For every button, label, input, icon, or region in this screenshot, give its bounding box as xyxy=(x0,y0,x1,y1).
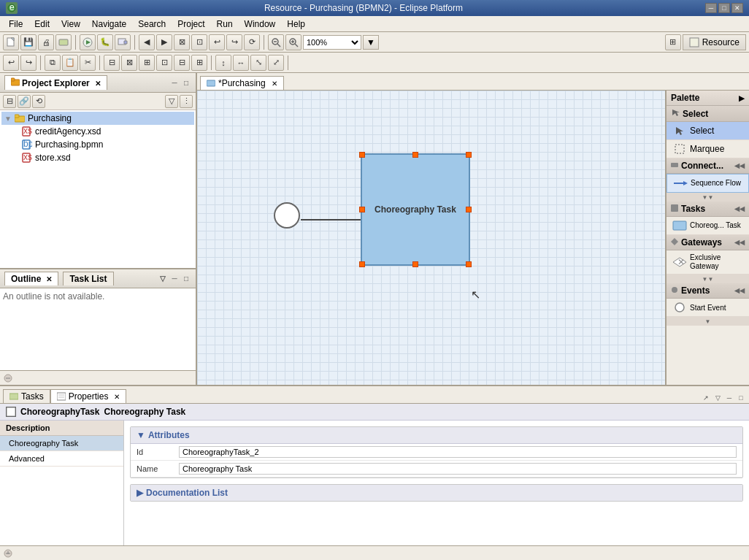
menu-window[interactable]: Window xyxy=(239,18,282,31)
align2-button[interactable]: ⊠ xyxy=(121,55,137,71)
zoom-in-button[interactable] xyxy=(285,34,301,50)
nav7-button[interactable]: ⟳ xyxy=(244,34,260,50)
handle-leftmid[interactable] xyxy=(359,207,365,212)
documentation-header[interactable]: ▶ Documentation List xyxy=(131,485,742,501)
minimize-panel-button[interactable]: ─ xyxy=(169,77,180,88)
publish-button[interactable] xyxy=(55,34,72,50)
layout4-button[interactable]: ⤢ xyxy=(268,55,284,71)
palette-section-connect[interactable]: Connect... ◀◀ xyxy=(667,158,749,174)
align5-button[interactable]: ⊟ xyxy=(174,55,190,71)
handle-topleft[interactable] xyxy=(359,152,365,158)
bpmn-start-event[interactable] xyxy=(274,202,300,229)
paste-button[interactable]: 📋 xyxy=(62,55,78,71)
palette-scroll-down[interactable]: ▼ xyxy=(667,317,749,326)
handle-bottommid[interactable] xyxy=(412,261,418,267)
redo-button[interactable]: ↪ xyxy=(20,55,37,71)
perspective-button[interactable]: ⊞ xyxy=(665,34,681,50)
align1-button[interactable]: ⊟ xyxy=(104,55,120,71)
filter-button[interactable]: ▽ xyxy=(165,95,178,108)
bottom-panel-minimize[interactable]: ─ xyxy=(724,393,734,403)
menu-edit[interactable]: Edit xyxy=(28,18,55,31)
attributes-header[interactable]: ▼ Attributes xyxy=(131,427,742,444)
palette-item-sequence-flow[interactable]: Sequence Flow xyxy=(667,174,749,193)
properties-item-choreography-task[interactable]: Choreography Task xyxy=(0,436,123,451)
close-properties-tab[interactable]: ✕ xyxy=(114,393,120,401)
undo-button[interactable]: ↩ xyxy=(3,55,19,71)
layout2-button[interactable]: ↔ xyxy=(233,55,249,71)
handle-topmid[interactable] xyxy=(412,152,418,158)
bottom-panel-dropdown[interactable]: ▽ xyxy=(712,393,723,403)
palette-section-tasks[interactable]: Tasks ◀◀ xyxy=(667,202,749,217)
save-button[interactable]: 💾 xyxy=(20,34,37,50)
cut-button[interactable]: ✂ xyxy=(80,55,96,71)
align4-button[interactable]: ⊡ xyxy=(156,55,172,71)
menu-search[interactable]: Search xyxy=(132,18,172,31)
menu-project[interactable]: Project xyxy=(172,18,210,31)
minimize-button[interactable]: ─ xyxy=(705,3,717,13)
menu-file[interactable]: File xyxy=(3,18,28,31)
project-explorer-tab[interactable]: Project Explorer ✕ xyxy=(4,75,107,90)
close-button[interactable]: ✕ xyxy=(731,3,743,13)
task-list-tab[interactable]: Task List xyxy=(63,272,113,285)
palette-item-start-event[interactable]: Start Event xyxy=(667,299,749,317)
properties-item-advanced[interactable]: Advanced xyxy=(0,451,123,467)
nav5-button[interactable]: ↩ xyxy=(209,34,225,50)
tree-item-purchasing-bpmn[interactable]: bp Purchasing.bpmn xyxy=(1,138,194,151)
palette-item-exclusive-gw[interactable]: ✕ Exclusive Gateway xyxy=(667,250,749,275)
layout1-button[interactable]: ↕ xyxy=(215,55,231,71)
tree-item-store[interactable]: xs store.xsd xyxy=(1,151,194,164)
handle-bottomright[interactable] xyxy=(466,261,472,267)
attr-id-input[interactable] xyxy=(179,446,737,458)
bottom-panel-maximize[interactable]: □ xyxy=(736,393,746,403)
palette-section-gateways[interactable]: Gateways ◀◀ xyxy=(667,235,749,250)
palette-section-select[interactable]: Select xyxy=(667,106,749,122)
menu-navigate[interactable]: Navigate xyxy=(86,18,132,31)
palette-more-connect[interactable]: ▼▼ xyxy=(667,193,749,202)
tree-item-purchasing-folder[interactable]: ▼ Purchasing xyxy=(1,112,194,125)
maximize-panel-button[interactable]: □ xyxy=(181,77,191,88)
palette-section-events[interactable]: Events ◀◀ xyxy=(667,283,749,299)
maximize-button[interactable]: □ xyxy=(718,3,730,13)
palette-item-select[interactable]: Select xyxy=(667,122,749,140)
nav6-button[interactable]: ↪ xyxy=(226,34,242,50)
handle-bottomleft[interactable] xyxy=(359,261,365,267)
palette-item-choreo-task[interactable]: Choreog... Task xyxy=(667,217,749,235)
attr-name-input[interactable] xyxy=(179,463,737,475)
zoom-out-button[interactable] xyxy=(268,34,284,50)
palette-expand-icon[interactable]: ▶ xyxy=(739,94,745,102)
forward-button[interactable]: ▶ xyxy=(156,34,172,50)
palette-item-marquee[interactable]: Marquee xyxy=(667,140,749,158)
zoom-select[interactable]: 100% xyxy=(303,35,361,50)
external-button[interactable] xyxy=(115,34,131,50)
layout3-button[interactable]: ⤡ xyxy=(250,55,266,71)
properties-tab[interactable]: Properties ✕ xyxy=(50,389,127,403)
run-button[interactable] xyxy=(80,34,96,50)
close-diagram-tab[interactable]: ✕ xyxy=(272,80,277,88)
debug-button[interactable]: 🐛 xyxy=(97,34,113,50)
align6-button[interactable]: ⊞ xyxy=(191,55,207,71)
new-button[interactable] xyxy=(3,34,19,50)
align3-button[interactable]: ⊞ xyxy=(139,55,155,71)
tasks-tab[interactable]: Tasks xyxy=(3,389,50,403)
print-button[interactable]: 🖨 xyxy=(38,34,54,50)
back-button[interactable]: ◀ xyxy=(139,34,155,50)
resource-perspective-button[interactable]: Resource xyxy=(683,34,746,50)
bpmn-choreography-task[interactable]: Choreography Task xyxy=(361,153,470,266)
copy-button[interactable]: ⧉ xyxy=(45,55,61,71)
bottom-panel-export[interactable]: ↗ xyxy=(701,393,711,403)
outline-tab[interactable]: Outline ✕ xyxy=(4,272,58,285)
purchasing-diagram-tab[interactable]: *Purchasing ✕ xyxy=(200,76,284,90)
outline-maximize-button[interactable]: □ xyxy=(181,274,191,284)
sync-button[interactable]: ⟲ xyxy=(32,95,45,108)
palette-more-gateways[interactable]: ▼▼ xyxy=(667,275,749,283)
view-menu-button[interactable]: ⋮ xyxy=(180,95,193,108)
handle-topright[interactable] xyxy=(466,152,472,158)
menu-run[interactable]: Run xyxy=(211,18,239,31)
nav4-button[interactable]: ⊡ xyxy=(191,34,207,50)
outline-minimize-button[interactable]: ─ xyxy=(169,274,180,284)
handle-rightmid[interactable] xyxy=(466,207,472,212)
tree-item-creditagency[interactable]: xs creditAgency.xsd xyxy=(1,125,194,138)
link-editor-button[interactable]: 🔗 xyxy=(18,95,31,108)
collapse-all-button[interactable]: ⊟ xyxy=(3,95,16,108)
zoom-dropdown-button[interactable]: ▼ xyxy=(363,35,379,50)
